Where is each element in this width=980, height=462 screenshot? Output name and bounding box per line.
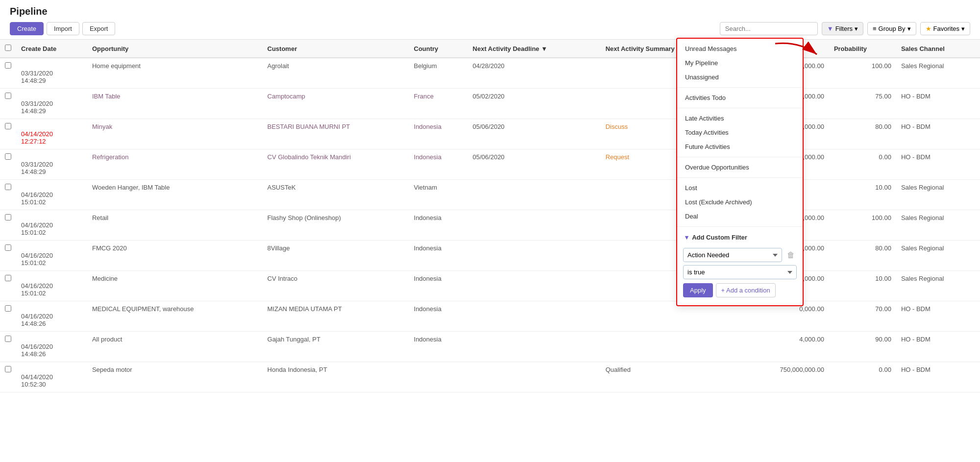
cell-opportunity[interactable]: Refrigeration — [87, 149, 263, 180]
cell-customer[interactable]: MIZAN MEDIA UTAMA PT — [263, 301, 409, 332]
custom-filter-toggle[interactable]: ▾ Add Custom Filter — [677, 230, 803, 243]
filters-button[interactable]: ▼ Filters ▾ — [822, 22, 863, 35]
cell-customer[interactable]: CV Globalindo Teknik Mandiri — [263, 149, 409, 180]
custom-filter-condition-select[interactable]: is true is false — [683, 265, 797, 279]
filter-icon: ▼ — [827, 25, 833, 32]
row-checkbox-cell[interactable] — [0, 180, 16, 210]
filter-item-activities-todo[interactable]: Activities Todo — [677, 91, 803, 105]
cell-next-deadline: 05/06/2020 — [468, 119, 601, 149]
row-checkbox-cell[interactable] — [0, 119, 16, 149]
filter-item-unassigned[interactable]: Unassigned — [677, 70, 803, 84]
groupby-button[interactable]: ≡ Group By ▾ — [867, 22, 916, 35]
cell-create-date: 04/16/202015:01:02 — [16, 271, 87, 301]
row-checkbox[interactable] — [5, 214, 11, 220]
custom-filter-label: Add Custom Filter — [692, 234, 747, 241]
cell-sales-channel: HO - BDM — [896, 119, 980, 149]
cell-country[interactable]: France — [409, 89, 468, 119]
favorites-button[interactable]: ★ Favorites ▾ — [920, 22, 970, 35]
cell-opportunity[interactable]: FMCG 2020 — [87, 241, 263, 271]
cell-customer[interactable]: Honda Indonesia, PT — [263, 362, 409, 392]
cell-opportunity[interactable]: IBM Table — [87, 89, 263, 119]
select-all-header[interactable] — [0, 40, 16, 58]
cell-opportunity[interactable]: Retail — [87, 210, 263, 241]
add-condition-button[interactable]: + Add a condition — [716, 283, 776, 297]
filter-item-lost[interactable]: Lost — [677, 181, 803, 195]
filter-item-overdue-opportunities[interactable]: Overdue Opportunities — [677, 160, 803, 174]
cell-customer[interactable]: Gajah Tunggal, PT — [263, 332, 409, 362]
cell-customer[interactable]: Agrolait — [263, 58, 409, 89]
filter-item-late-activities[interactable]: Late Activities — [677, 111, 803, 125]
cell-opportunity[interactable]: All product — [87, 332, 263, 362]
cell-next-deadline — [468, 241, 601, 271]
cell-country[interactable]: Indonesia — [409, 271, 468, 301]
cell-customer[interactable]: ASUSTeK — [263, 180, 409, 210]
cell-probability: 0.00 — [829, 149, 896, 180]
cell-sales-channel: Sales Regional — [896, 271, 980, 301]
cell-country[interactable]: Indonesia — [409, 241, 468, 271]
table-row: 04/14/202010:52:30 Sepeda motor Honda In… — [0, 362, 980, 392]
cell-country[interactable] — [409, 362, 468, 392]
row-checkbox[interactable] — [5, 62, 11, 69]
cell-opportunity[interactable]: Minyak — [87, 119, 263, 149]
sort-icon: ▼ — [541, 45, 547, 52]
cell-opportunity[interactable]: MEDICAL EQUIPMENT, warehouse — [87, 301, 263, 332]
cell-opportunity[interactable]: Sepeda motor — [87, 362, 263, 392]
row-checkbox[interactable] — [5, 244, 11, 251]
cell-country[interactable]: Indonesia — [409, 149, 468, 180]
filter-item-deal[interactable]: Deal — [677, 209, 803, 223]
row-checkbox[interactable] — [5, 275, 11, 281]
row-checkbox[interactable] — [5, 123, 11, 129]
cell-opportunity[interactable]: Home equipment — [87, 58, 263, 89]
groupby-chevron: ▾ — [907, 25, 911, 32]
cell-opportunity[interactable]: Medicine — [87, 271, 263, 301]
page-title: Pipeline — [10, 6, 970, 17]
import-button[interactable]: Import — [47, 22, 79, 35]
cell-opportunity[interactable]: Woeden Hanger, IBM Table — [87, 180, 263, 210]
row-checkbox-cell[interactable] — [0, 362, 16, 392]
row-checkbox-cell[interactable] — [0, 89, 16, 119]
filter-item-lost-exclude-archived[interactable]: Lost (Exclude Archived) — [677, 195, 803, 209]
cell-customer[interactable]: Camptocamp — [263, 89, 409, 119]
row-checkbox[interactable] — [5, 336, 11, 342]
row-checkbox-cell[interactable] — [0, 301, 16, 332]
custom-filter-field-select[interactable]: Action Needed Customer Country — [683, 248, 782, 262]
filter-item-today-activities[interactable]: Today Activities — [677, 125, 803, 140]
table-row: 03/31/202014:48:29 IBM Table Camptocamp … — [0, 89, 980, 119]
filter-item-unread-messages[interactable]: Unread Messages — [677, 42, 803, 56]
cell-next-summary: Qualified — [601, 362, 725, 392]
row-checkbox[interactable] — [5, 366, 11, 372]
cell-customer[interactable]: 8Village — [263, 241, 409, 271]
table-row: 03/31/202014:48:29 Home equipment Agrola… — [0, 58, 980, 89]
cell-country[interactable]: Indonesia — [409, 210, 468, 241]
filter-item-future-activities[interactable]: Future Activities — [677, 140, 803, 154]
row-checkbox-cell[interactable] — [0, 332, 16, 362]
cell-country[interactable]: Vietnam — [409, 180, 468, 210]
row-checkbox-cell[interactable] — [0, 241, 16, 271]
row-checkbox-cell[interactable] — [0, 149, 16, 180]
cell-customer[interactable]: CV Intraco — [263, 271, 409, 301]
cell-country[interactable]: Belgium — [409, 58, 468, 89]
apply-button[interactable]: Apply — [683, 283, 713, 297]
cell-customer[interactable]: BESTARI BUANA MURNI PT — [263, 119, 409, 149]
table-header: Create Date Opportunity Customer Country… — [0, 40, 980, 58]
cell-country[interactable]: Indonesia — [409, 332, 468, 362]
create-button[interactable]: Create — [10, 22, 44, 35]
cell-sales-channel: Sales Regional — [896, 58, 980, 89]
row-checkbox[interactable] — [5, 184, 11, 190]
custom-filter-delete-button[interactable]: 🗑 — [785, 250, 797, 261]
col-next-activity-deadline[interactable]: Next Activity Deadline ▼ — [468, 40, 601, 58]
row-checkbox-cell[interactable] — [0, 210, 16, 241]
row-checkbox[interactable] — [5, 153, 11, 160]
row-checkbox[interactable] — [5, 305, 11, 312]
row-checkbox-cell[interactable] — [0, 271, 16, 301]
row-checkbox[interactable] — [5, 93, 11, 99]
cell-country[interactable]: Indonesia — [409, 301, 468, 332]
export-button[interactable]: Export — [82, 22, 116, 35]
search-input[interactable] — [720, 22, 818, 35]
cell-country[interactable]: Indonesia — [409, 119, 468, 149]
select-all-checkbox[interactable] — [5, 45, 11, 51]
filter-item-my-pipeline[interactable]: My Pipeline — [677, 56, 803, 70]
cell-probability: 0.00 — [829, 362, 896, 392]
row-checkbox-cell[interactable] — [0, 58, 16, 89]
cell-customer[interactable]: Flashy Shop (Onlineshop) — [263, 210, 409, 241]
